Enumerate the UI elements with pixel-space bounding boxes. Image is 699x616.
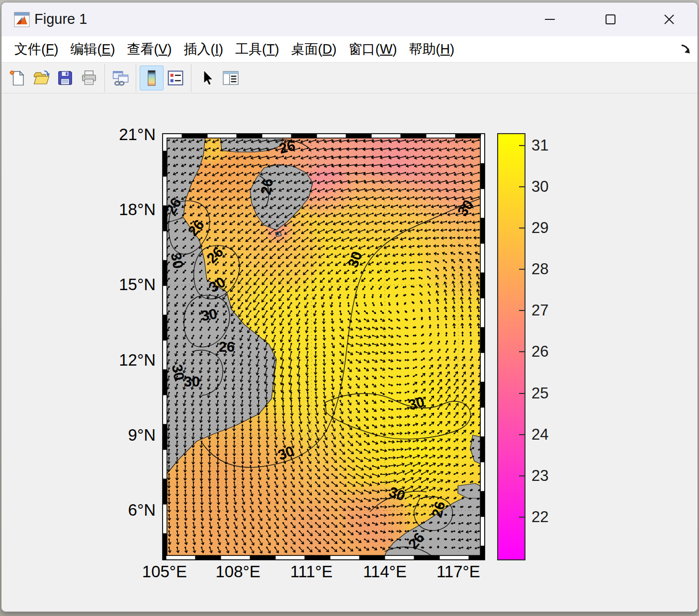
- colorbar-tick-label: 23: [531, 467, 548, 485]
- contour-label: 26: [258, 177, 276, 196]
- figure-canvas: 262626263026303026303030303030302626 105…: [1, 93, 698, 612]
- colorbar-tick: [519, 310, 525, 311]
- menu-item-h[interactable]: 帮助(H): [403, 38, 461, 60]
- menu-item-d[interactable]: 桌面(D): [285, 38, 343, 60]
- x-tick-label: 111°E: [281, 562, 341, 581]
- colorbar-tick-label: 26: [531, 343, 548, 361]
- print-figure-button[interactable]: [77, 66, 101, 90]
- colorbar-tick: [519, 434, 525, 435]
- menu-item-f[interactable]: 文件(F): [8, 38, 65, 60]
- toolbar-separator: [136, 64, 136, 92]
- plot-browser-button[interactable]: [219, 66, 243, 90]
- insert-colorbar-button[interactable]: [140, 66, 164, 90]
- link-plot-button[interactable]: [108, 66, 132, 90]
- close-button[interactable]: [654, 6, 685, 32]
- y-tick-label: 15°N: [111, 275, 156, 295]
- menu-bar: 文件(F)编辑(E)查看(V)插入(I)工具(T)桌面(D)窗口(W)帮助(H): [1, 36, 698, 63]
- colorbar-tick-label: 31: [531, 137, 548, 154]
- colorbar-tick-label: 25: [531, 385, 548, 402]
- colorbar-tick: [519, 393, 525, 394]
- colorbar-tick-label: 24: [531, 426, 548, 444]
- minimize-button[interactable]: [534, 6, 565, 32]
- colorbar-tick: [519, 351, 525, 352]
- y-tick-label: 18°N: [111, 200, 156, 220]
- colorbar-tick: [519, 475, 525, 476]
- insert-legend-button[interactable]: [164, 66, 187, 90]
- titlebar[interactable]: Figure 1: [1, 2, 698, 36]
- colorbar-tick-label: 29: [531, 219, 548, 237]
- menu-item-i[interactable]: 插入(I): [178, 38, 230, 60]
- y-tick-label: 21°N: [111, 125, 156, 145]
- figure-window: Figure 1 文件(F)编辑(E)查看(V)插入(I)工具(T)桌面(D)窗…: [1, 2, 698, 612]
- matlab-figure-icon: [14, 11, 30, 28]
- toolbar-separator: [191, 64, 191, 92]
- colorbar-tick: [519, 186, 525, 187]
- maximize-button[interactable]: [595, 6, 626, 32]
- y-tick-label: 6°N: [111, 500, 156, 520]
- x-tick-label: 108°E: [208, 562, 268, 581]
- colorbar-tick: [519, 269, 525, 270]
- y-tick-label: 9°N: [111, 425, 156, 445]
- colorbar-gradient: [497, 133, 525, 560]
- colorbar-tick: [519, 517, 525, 518]
- toolbar: [1, 63, 698, 93]
- x-tick-label: 105°E: [135, 562, 194, 581]
- save-figure-button[interactable]: [53, 66, 77, 90]
- dock-figure-icon[interactable]: [679, 42, 693, 56]
- colorbar-tick-label: 28: [531, 260, 548, 278]
- window-title: Figure 1: [34, 11, 87, 27]
- x-tick-label: 117°E: [429, 562, 488, 581]
- menu-item-e[interactable]: 编辑(E): [65, 38, 121, 60]
- colorbar-tick: [519, 145, 525, 146]
- contour-label: 26: [219, 339, 235, 355]
- colorbar-tick-label: 22: [531, 508, 548, 526]
- open-file-button[interactable]: [29, 66, 53, 90]
- menu-item-w[interactable]: 窗口(W): [343, 38, 403, 60]
- contour-label: 30: [168, 251, 186, 270]
- map-axes: 262626263026303026303030303030302626: [162, 133, 485, 560]
- colorbar-tick-label: 27: [531, 302, 548, 319]
- y-tick-label: 12°N: [111, 350, 156, 370]
- edit-plot-button[interactable]: [195, 66, 219, 90]
- menu-item-t[interactable]: 工具(T): [229, 38, 285, 60]
- x-tick-label: 114°E: [355, 562, 415, 581]
- menu-item-v[interactable]: 查看(V): [121, 38, 178, 60]
- toolbar-separator: [104, 64, 105, 92]
- new-figure-button[interactable]: [5, 66, 29, 90]
- colorbar: [497, 133, 525, 560]
- colorbar-tick: [519, 228, 525, 229]
- desktop-background: Figure 1 文件(F)编辑(E)查看(V)插入(I)工具(T)桌面(D)窗…: [0, 0, 699, 616]
- contour-label: 30: [200, 306, 218, 324]
- contour-label: 30: [184, 374, 200, 389]
- colorbar-tick-label: 30: [531, 178, 548, 196]
